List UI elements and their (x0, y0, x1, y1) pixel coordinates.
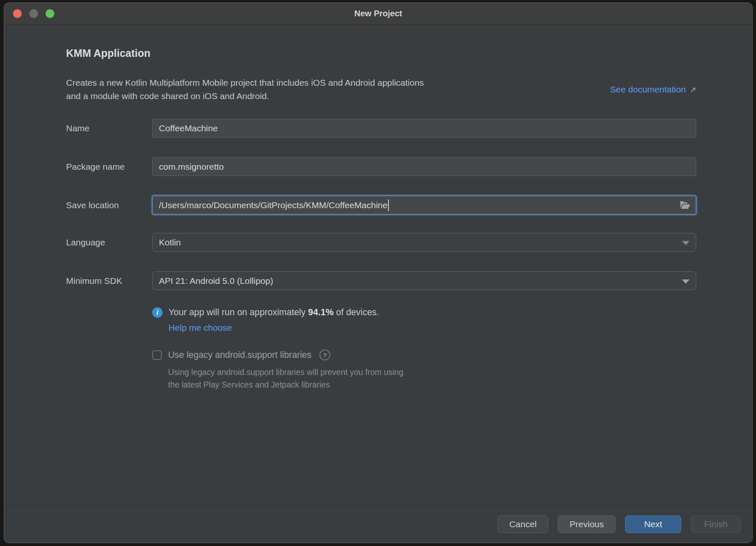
minimum-sdk-dropdown[interactable]: API 21: Android 5.0 (Lollipop) (152, 271, 696, 290)
text-caret (388, 199, 389, 211)
cancel-button[interactable]: Cancel (498, 515, 548, 533)
chevron-down-icon (682, 241, 690, 245)
sdk-info-block: i Your app will run on approximately 94.… (152, 307, 696, 333)
next-button[interactable]: Next (625, 515, 681, 533)
language-row: Language Kotlin (66, 233, 696, 252)
description-row: Creates a new Kotlin Multiplatform Mobil… (66, 76, 696, 103)
info-icon: i (152, 307, 163, 318)
legacy-support-checkbox[interactable] (152, 350, 162, 360)
legacy-description-line-1: Using legacy android.support libraries w… (168, 366, 696, 378)
dialog-content: KMM Application Creates a new Kotlin Mul… (4, 25, 752, 391)
titlebar: New Project (4, 3, 752, 25)
save-location-label: Save location (66, 200, 152, 210)
minimum-sdk-value: API 21: Android 5.0 (Lollipop) (159, 276, 273, 286)
minimize-window-button (29, 9, 38, 18)
external-link-icon: ↗ (690, 85, 696, 94)
see-documentation-link[interactable]: See documentation ↗ (610, 84, 696, 94)
package-name-input[interactable] (152, 157, 696, 176)
folder-icon (679, 201, 691, 209)
device-coverage-line: i Your app will run on approximately 94.… (152, 307, 696, 318)
name-input[interactable] (152, 119, 696, 138)
window-title: New Project (354, 9, 402, 18)
description-line-1: Creates a new Kotlin Multiplatform Mobil… (66, 76, 424, 89)
chevron-down-icon (682, 279, 690, 283)
language-value: Kotlin (159, 237, 181, 247)
save-location-input[interactable]: /Users/marco/Documents/GitProjects/KMM/C… (152, 196, 696, 214)
save-location-row: Save location /Users/marco/Documents/Git… (66, 196, 696, 214)
traffic-lights (13, 9, 54, 18)
see-documentation-label[interactable]: See documentation (610, 84, 686, 94)
coverage-text-before: Your app will run on approximately (169, 307, 308, 317)
language-label: Language (66, 237, 152, 247)
coverage-text-after: of devices. (334, 307, 379, 317)
help-icon[interactable]: ? (319, 350, 330, 360)
browse-folder-button[interactable] (679, 200, 691, 210)
name-row: Name (66, 119, 696, 138)
save-location-value: /Users/marco/Documents/GitProjects/KMM/C… (159, 200, 388, 210)
legacy-support-description: Using legacy android.support libraries w… (168, 366, 696, 391)
device-coverage-text: Your app will run on approximately 94.1%… (169, 307, 379, 318)
name-label: Name (66, 123, 152, 133)
description-line-2: and a module with code shared on iOS and… (66, 89, 424, 103)
minimum-sdk-label: Minimum SDK (66, 276, 152, 286)
minimum-sdk-row: Minimum SDK API 21: Android 5.0 (Lollipo… (66, 271, 696, 290)
legacy-support-block: Use legacy android.support libraries ? U… (152, 350, 696, 391)
previous-button[interactable]: Previous (558, 515, 616, 533)
package-name-row: Package name (66, 157, 696, 176)
finish-button: Finish (691, 515, 741, 533)
package-name-label: Package name (66, 162, 152, 172)
coverage-percentage: 94.1% (308, 307, 334, 317)
page-title: KMM Application (66, 47, 696, 59)
zoom-window-button[interactable] (46, 9, 54, 18)
legacy-support-row: Use legacy android.support libraries ? (152, 350, 696, 360)
close-window-button[interactable] (13, 9, 22, 18)
language-dropdown[interactable]: Kotlin (152, 233, 696, 252)
template-description: Creates a new Kotlin Multiplatform Mobil… (66, 76, 424, 103)
help-me-choose-link[interactable]: Help me choose (169, 323, 232, 333)
new-project-dialog: New Project KMM Application Creates a ne… (4, 3, 753, 543)
legacy-description-line-2: the latest Play Services and Jetpack lib… (168, 378, 696, 391)
footer-button-bar: Cancel Previous Next Finish (4, 505, 752, 543)
project-form: Name Package name Save location /Users/m… (66, 119, 696, 290)
legacy-support-label: Use legacy android.support libraries (168, 350, 312, 360)
